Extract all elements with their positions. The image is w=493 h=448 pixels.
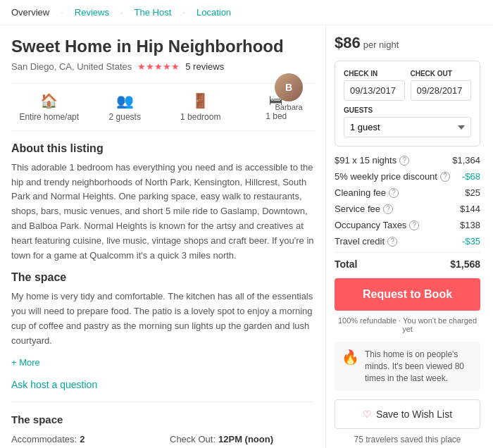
listing-title: Sweet Home in Hip Neighborhood <box>11 37 314 57</box>
check-in-input[interactable] <box>344 80 405 101</box>
price-header: $86 per night <box>335 34 480 52</box>
date-row: Check In Check Out <box>344 70 471 101</box>
heart-icon: ♡ <box>363 409 372 420</box>
fee-nights-amount: $1,364 <box>452 155 480 166</box>
nav-location[interactable]: Location <box>196 7 231 18</box>
fee-taxes-label: Occupancy Taxes <box>335 220 406 230</box>
fee-credit-label: Travel credit <box>335 236 385 247</box>
about-section: About this listing This adorable 1 bedro… <box>11 142 314 349</box>
about-text: This adorable 1 bedroom has everything y… <box>11 161 314 263</box>
space-title: The space <box>11 271 314 284</box>
refund-note: 100% refundable · You won't be charged y… <box>335 316 480 333</box>
amenity-guests-label: 2 guests <box>109 112 141 122</box>
total-amount: $1,568 <box>450 259 480 270</box>
fee-service: Service fee ? $144 <box>335 204 480 214</box>
host-avatar: B Barbara <box>275 73 303 111</box>
fee-service-amount: $144 <box>460 204 480 214</box>
star-rating: ★★★★★ <box>137 61 180 72</box>
guests-label: Guests <box>344 106 471 114</box>
request-to-book-button[interactable]: Request to Book <box>335 278 480 311</box>
host-name: Barbara <box>275 103 303 111</box>
space-right-col: Check Out: 12PM (noon) Pet Owner: Dog(s)… <box>170 434 314 448</box>
fee-nights-label: $91 x 15 nights <box>335 155 397 166</box>
home-icon: 🏠 <box>40 92 58 109</box>
fee-help-icon-1[interactable]: ? <box>440 172 450 182</box>
fee-credit: Travel credit ? -$35 <box>335 236 480 247</box>
guests-icon: 👥 <box>116 92 134 109</box>
listing-location: San Diego, CA, United States <box>11 61 132 72</box>
fee-nights: $91 x 15 nights ? $1,364 <box>335 155 480 166</box>
space-accommodates: Accommodates: 2 <box>11 434 156 444</box>
fee-help-icon-2[interactable]: ? <box>389 188 399 198</box>
right-panel: $86 per night Check In Check Out Guests … <box>325 25 489 448</box>
check-out-label: Check Out <box>411 70 472 77</box>
fee-service-label: Service fee <box>335 204 380 214</box>
guests-row: Guests 1 guest <box>344 106 471 137</box>
fee-credit-amount: -$35 <box>462 236 480 247</box>
space-details: The space Accommodates: 2 Bathrooms: 1 B… <box>11 413 314 448</box>
amenity-guests: 👥 2 guests <box>87 92 163 122</box>
nav-bar: Overview · Reviews · The Host · Location <box>0 0 493 25</box>
booking-box: Check In Check Out Guests 1 guest <box>335 61 480 147</box>
nav-overview[interactable]: Overview <box>11 7 49 18</box>
fee-taxes: Occupancy Taxes ? $138 <box>335 220 480 230</box>
guests-select[interactable]: 1 guest <box>344 117 471 137</box>
amenity-bedroom: 🚪 1 bedroom <box>163 92 239 122</box>
listing-meta: San Diego, CA, United States ★★★★★ 5 rev… <box>11 61 314 72</box>
price-amount: $86 <box>335 34 361 52</box>
fee-help-icon-0[interactable]: ? <box>399 156 409 166</box>
saved-count: 75 travelers saved this place <box>335 435 480 444</box>
space-left-col: Accommodates: 2 Bathrooms: 1 Bedrooms: 1… <box>11 434 156 448</box>
save-wish-list-button[interactable]: ♡ Save to Wish List <box>335 399 480 429</box>
fee-discount-amount: -$68 <box>462 171 480 182</box>
avatar: B <box>275 73 303 101</box>
amenity-bedroom-label: 1 bedroom <box>180 112 220 122</box>
check-in-label: Check In <box>344 70 405 77</box>
fee-taxes-amount: $138 <box>460 220 480 230</box>
left-panel: Sweet Home in Hip Neighborhood B Barbara… <box>0 25 325 448</box>
amenity-home: 🏠 Entire home/apt <box>11 92 87 122</box>
fee-breakdown: $91 x 15 nights ? $1,364 5% weekly price… <box>335 155 480 270</box>
check-out-field: Check Out <box>411 70 472 101</box>
review-count: 5 reviews <box>185 61 224 72</box>
more-link[interactable]: + More <box>11 357 314 368</box>
ask-host-link[interactable]: Ask host a question <box>11 379 314 402</box>
minds-text: This home is on people's minds. It's bee… <box>365 349 473 384</box>
nav-reviews[interactable]: Reviews <box>75 7 109 18</box>
about-title: About this listing <box>11 142 314 155</box>
space-details-title: The space <box>11 413 314 425</box>
total-row: Total $1,568 <box>335 252 480 270</box>
fire-icon: 🔥 <box>342 349 359 366</box>
space-checkout: Check Out: 12PM (noon) <box>170 434 314 444</box>
fee-cleaning: Cleaning fee ? $25 <box>335 187 480 198</box>
wish-btn-label: Save to Wish List <box>376 409 452 420</box>
fee-discount-label: 5% weekly price discount <box>335 171 437 182</box>
fee-help-icon-4[interactable]: ? <box>409 220 419 230</box>
nav-host[interactable]: The Host <box>135 7 172 18</box>
amenity-home-label: Entire home/apt <box>19 112 79 122</box>
fee-help-icon-3[interactable]: ? <box>383 204 393 214</box>
fee-help-icon-5[interactable]: ? <box>387 237 397 247</box>
fee-cleaning-label: Cleaning fee <box>335 187 386 198</box>
fee-cleaning-amount: $25 <box>465 187 480 198</box>
bedroom-icon: 🚪 <box>192 92 209 109</box>
fee-discount: 5% weekly price discount ? -$68 <box>335 171 480 182</box>
space-text: My home is very tidy and comfortable. Th… <box>11 290 314 348</box>
amenities-bar: 🏠 Entire home/apt 👥 2 guests 🚪 1 bedroom… <box>11 83 314 131</box>
check-out-input[interactable] <box>411 80 472 101</box>
total-label: Total <box>335 259 357 270</box>
minds-box: 🔥 This home is on people's minds. It's b… <box>335 342 480 391</box>
price-night-label: per night <box>363 39 399 50</box>
amenity-bed-label: 1 bed <box>266 111 287 121</box>
check-in-field: Check In <box>344 70 405 101</box>
